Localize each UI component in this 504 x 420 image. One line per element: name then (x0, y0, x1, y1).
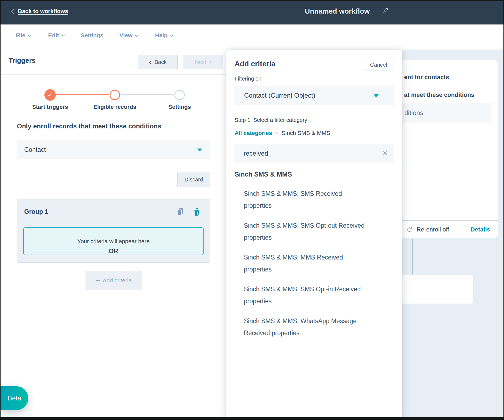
bottom-edge-strip (1, 417, 503, 419)
details-tab[interactable]: Details (463, 221, 498, 239)
step-settings-label: Settings (163, 104, 196, 110)
chevron-down-icon (197, 149, 202, 152)
card-conditions-box: ditions (397, 103, 491, 123)
top-bar: Back to workflows Unnamed workflow ✎ (1, 1, 503, 24)
add-criteria-button[interactable]: + Add criteria (85, 271, 142, 290)
edit-pencil-icon[interactable]: ✎ (383, 7, 389, 15)
list-item[interactable]: Sinch SMS & MMS: SMS Opt-out Received pr… (244, 220, 368, 243)
menu-bar: File Edit Settings View Help (1, 24, 503, 50)
breadcrumb-all-categories[interactable]: All categories (235, 130, 272, 136)
enrollment-trigger-card[interactable]: ent for contacts at meet these condition… (391, 60, 498, 239)
menu-edit[interactable]: Edit (48, 32, 64, 39)
chevron-left-icon (11, 9, 16, 14)
menu-file[interactable]: File (16, 32, 31, 39)
workflow-connector-line (412, 239, 413, 275)
chevron-down-icon (134, 33, 138, 37)
trash-icon[interactable] (193, 208, 200, 216)
step-start-triggers-label: Start triggers (30, 104, 70, 110)
filtering-on-label: Filtering on (235, 76, 262, 82)
chevron-left-icon: ‹ (149, 59, 151, 65)
filter-search-input[interactable] (235, 144, 394, 163)
step-settings-circle[interactable] (174, 90, 185, 100)
results-section-title: Sinch SMS & MMS (235, 171, 292, 178)
group-title: Group 1 (24, 208, 48, 215)
check-icon: ✓ (48, 91, 53, 98)
chevron-right-icon: › (210, 59, 212, 65)
list-item[interactable]: Sinch SMS & MMS: SMS Opt-in Received pro… (244, 283, 368, 307)
reenroll-toggle[interactable]: ↻ Re-enroll off (392, 221, 463, 239)
breadcrumb-current: Sinch SMS & MMS (282, 130, 330, 136)
back-to-workflows-link[interactable]: Back to workflows (18, 8, 68, 14)
divider-line (126, 251, 210, 251)
chevron-right-icon: › (276, 129, 278, 137)
stepper-connector-active (56, 94, 109, 95)
clear-search-icon[interactable]: × (383, 148, 388, 158)
chevron-down-icon (27, 33, 31, 37)
page-title: Triggers (9, 57, 36, 64)
enroll-conditions-heading: Only enroll records that meet these cond… (17, 122, 161, 130)
menu-view[interactable]: View (119, 32, 138, 39)
list-item[interactable]: Sinch SMS & MMS: WhatsApp Message Receiv… (244, 315, 368, 339)
back-to-workflows-label: Back to workflows (18, 8, 68, 14)
card-text-line2: at meet these conditions (404, 91, 474, 98)
workflow-action-card[interactable] (391, 275, 474, 304)
workflow-canvas: ent for contacts at meet these condition… (402, 50, 504, 418)
filter-search-box: × (235, 144, 394, 163)
chevron-down-icon (170, 33, 173, 37)
beta-badge[interactable]: Beta (1, 386, 28, 410)
plus-icon: + (96, 277, 100, 284)
back-button[interactable]: ‹ Back (138, 55, 178, 69)
card-text-line1: ent for contacts (404, 74, 449, 81)
menu-help[interactable]: Help (155, 32, 173, 39)
next-button[interactable]: Next › (183, 55, 223, 69)
cancel-button[interactable]: Cancel (363, 59, 394, 70)
chevron-down-icon (61, 33, 65, 37)
step-eligible-records-circle[interactable] (110, 90, 120, 100)
triggers-pane: Triggers ‹ Back Next › ✓ Start triggers … (1, 50, 226, 418)
filter-results-list: Sinch SMS & MMS: SMS Received properties… (244, 188, 372, 347)
add-criteria-panel: Add criteria Cancel Filtering on Contact… (226, 50, 402, 418)
triggers-header: Triggers ‹ Back Next › (1, 50, 226, 75)
copy-icon[interactable] (177, 208, 184, 216)
list-item[interactable]: Sinch SMS & MMS: MMS Received properties (244, 251, 368, 275)
chevron-down-icon (374, 94, 379, 97)
discard-button[interactable]: Discard (177, 172, 210, 187)
workflow-title: Unnamed workflow (305, 7, 370, 16)
refresh-icon: ↻ (406, 227, 413, 233)
workflow-editor-screen: Back to workflows Unnamed workflow ✎ Fil… (0, 0, 504, 420)
breadcrumb: All categories › Sinch SMS & MMS (235, 129, 330, 137)
card-toolbar: ↻ Re-enroll off Details (392, 220, 498, 239)
filter-step-label: Step 1: Select a filter category (235, 117, 307, 123)
menu-settings[interactable]: Settings (81, 32, 103, 39)
panel-title: Add criteria (235, 60, 275, 68)
step-eligible-records-label: Eligible records (90, 104, 139, 110)
filter-object-select[interactable]: Contact (Current Object) (235, 86, 394, 105)
list-item[interactable]: Sinch SMS & MMS: SMS Received properties (244, 188, 368, 212)
stepper-connector (121, 94, 174, 95)
or-divider: OR (17, 246, 210, 257)
object-type-select[interactable]: Contact (17, 140, 210, 159)
step-start-triggers-circle[interactable]: ✓ (44, 89, 56, 101)
